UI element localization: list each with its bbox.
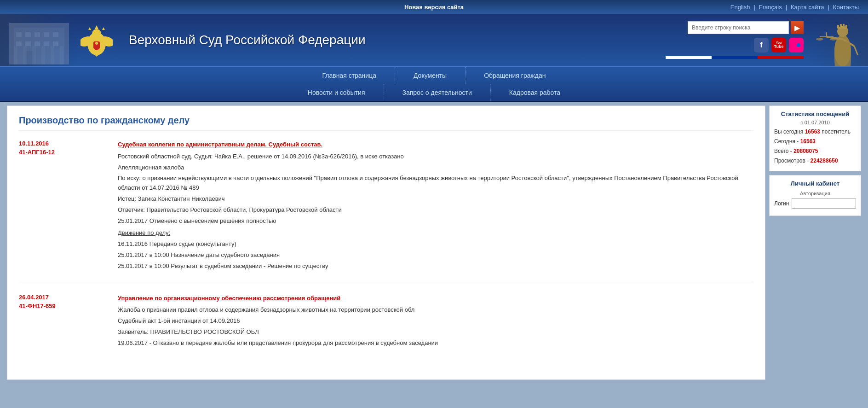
nav-request[interactable]: Запрос о деятельности bbox=[384, 84, 491, 101]
contacts-link[interactable]: Контакты bbox=[833, 4, 859, 11]
cabinet-title: Личный кабинет bbox=[774, 180, 856, 187]
case-entry: 26.04.2017 41-ФН17-659 Управление по орг… bbox=[19, 294, 753, 359]
case-title-link[interactable]: Управление по организационному обеспечен… bbox=[118, 294, 753, 303]
site-title: Верховный Суд Российской Федерации bbox=[124, 33, 666, 47]
case-movement-label: Движение по делу: bbox=[118, 228, 753, 238]
header-right: ▶ f You Tube bbox=[666, 21, 804, 59]
svg-point-28 bbox=[95, 42, 98, 45]
search-button[interactable]: ▶ bbox=[791, 21, 804, 34]
nav-citizens[interactable]: Обращения граждан bbox=[466, 67, 564, 84]
flickr-icon[interactable] bbox=[789, 38, 804, 52]
svg-point-20 bbox=[92, 29, 101, 38]
nav-news[interactable]: Новости и события bbox=[289, 84, 384, 101]
login-text: Логин bbox=[774, 200, 789, 207]
case-line: Истец: Загика Константин Николаевич bbox=[118, 194, 753, 204]
case-line: Апелляционная жалоба bbox=[118, 163, 753, 173]
flag-decoration bbox=[666, 56, 804, 59]
site-map-link[interactable]: Карта сайта bbox=[791, 4, 824, 11]
navigation: Главная страница Документы Обращения гра… bbox=[0, 66, 868, 102]
case-meta: 10.11.2016 41-АПГ16-12 bbox=[19, 140, 111, 273]
svg-marker-25 bbox=[95, 25, 98, 29]
auth-label: Авторизация bbox=[774, 191, 856, 196]
case-line: 25.01.2017 в 10:00 Назначение даты судеб… bbox=[118, 251, 753, 260]
case-line: Жалоба о признании правил отлова и содер… bbox=[118, 305, 753, 315]
case-number: 41-АПГ16-12 bbox=[19, 149, 111, 156]
case-line: Ростовский областной суд. Судья: Чайка Е… bbox=[118, 152, 753, 162]
english-link[interactable]: English bbox=[730, 4, 750, 11]
case-date: 10.11.2016 bbox=[19, 140, 111, 147]
case-line: Судебный акт 1-ой инстанции от 14.09.201… bbox=[118, 316, 753, 326]
case-line: 25.01.2017 Отменено с вынесением решения… bbox=[118, 216, 753, 226]
stat-day: Сегодня - 16563 bbox=[774, 137, 856, 146]
new-version-label: Новая версия сайта bbox=[293, 4, 576, 11]
stat-total: Всего - 20808075 bbox=[774, 147, 856, 155]
youtube-icon[interactable]: You Tube bbox=[771, 38, 786, 52]
case-line: Заявитель: ПРАВИТЕЛЬСТВО РОСТОВСКОЙ ОБЛ bbox=[118, 327, 753, 337]
right-sidebar: Статистика посещений с 01.07.2010 Вы сег… bbox=[769, 105, 861, 216]
search-input[interactable] bbox=[688, 21, 789, 34]
svg-marker-24 bbox=[102, 27, 105, 30]
login-box: Личный кабинет Авторизация Логин bbox=[769, 175, 861, 216]
case-line: Ответчик: Правительство Ростовской облас… bbox=[118, 205, 753, 215]
facebook-icon[interactable]: f bbox=[754, 38, 769, 52]
page-title: Производство по гражданскому делу bbox=[19, 115, 753, 131]
case-line: По иску: о признании недействующими в ча… bbox=[118, 174, 753, 193]
coat-of-arms-logo bbox=[78, 19, 115, 61]
case-line: 19.06.2017 - Отказано в передаче жалобы … bbox=[118, 338, 753, 348]
svg-marker-23 bbox=[88, 27, 91, 30]
login-input[interactable] bbox=[792, 198, 856, 209]
case-meta: 26.04.2017 41-ФН17-659 bbox=[19, 294, 111, 350]
main-content: Производство по гражданскому делу 10.11.… bbox=[7, 105, 765, 380]
case-entry: 10.11.2016 41-АПГ16-12 Судебная коллегия… bbox=[19, 140, 753, 282]
case-title-link[interactable]: Судебная коллегия по административным де… bbox=[118, 140, 753, 150]
nav-documents[interactable]: Документы bbox=[395, 67, 466, 84]
stats-box: Статистика посещений с 01.07.2010 Вы сег… bbox=[769, 105, 861, 171]
login-label-row: Логин bbox=[774, 198, 856, 209]
case-body: Управление по организационному обеспечен… bbox=[118, 294, 753, 350]
stat-views: Просмотров - 224288650 bbox=[774, 157, 856, 165]
nav-home[interactable]: Главная страница bbox=[304, 67, 395, 84]
case-date: 26.04.2017 bbox=[19, 294, 111, 301]
nav-hr[interactable]: Кадровая работа bbox=[491, 84, 579, 101]
stat-today-visitor: Вы сегодня 16563 посетитель bbox=[774, 128, 856, 136]
stats-since: с 01.07.2010 bbox=[774, 120, 856, 125]
case-line: 25.01.2017 в 10:00 Результат в судебном … bbox=[118, 262, 753, 271]
case-line: 16.11.2016 Передано судье (консультанту) bbox=[118, 239, 753, 249]
case-body: Судебная коллегия по административным де… bbox=[118, 140, 753, 273]
francais-link[interactable]: Français bbox=[759, 4, 782, 11]
stats-title: Статистика посещений bbox=[774, 111, 856, 117]
case-number: 41-ФН17-659 bbox=[19, 303, 111, 309]
